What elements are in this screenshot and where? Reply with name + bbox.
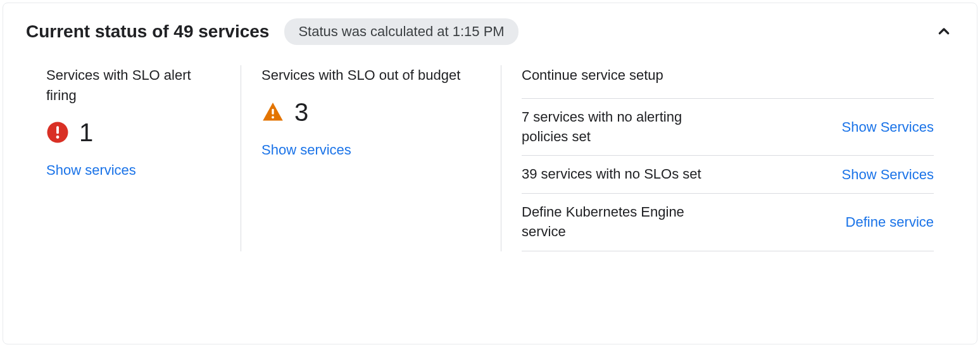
column-title-continue-setup: Continue service setup xyxy=(522,65,934,85)
status-columns: Services with SLO alert firing 1 Show se… xyxy=(26,65,954,251)
chevron-up-icon xyxy=(934,22,954,42)
status-timestamp-chip: Status was calculated at 1:15 PM xyxy=(284,18,518,45)
column-continue-setup: Continue service setup 7 services with n… xyxy=(501,65,954,251)
warning-icon xyxy=(261,101,284,123)
setup-row-no-alerting: 7 services with no alerting policies set… xyxy=(522,99,934,156)
setup-label: Define Kubernetes Engine service xyxy=(522,203,712,242)
setup-label: 39 services with no SLOs set xyxy=(522,165,701,184)
collapse-toggle[interactable] xyxy=(934,22,954,42)
column-alert-firing: Services with SLO alert firing 1 Show se… xyxy=(26,65,241,251)
card-header: Current status of 49 services Status was… xyxy=(26,18,954,45)
setup-row-define-k8s: Define Kubernetes Engine service Define … xyxy=(522,194,934,251)
svg-rect-1 xyxy=(56,127,59,134)
status-card: Current status of 49 services Status was… xyxy=(3,3,977,344)
show-services-link-no-slos[interactable]: Show Services xyxy=(841,167,934,183)
metric-alert-firing: 1 xyxy=(46,118,220,147)
setup-label: 7 services with no alerting policies set xyxy=(522,108,712,147)
svg-point-4 xyxy=(272,117,274,119)
svg-point-2 xyxy=(56,136,60,139)
svg-rect-3 xyxy=(272,109,273,115)
show-services-link-budget[interactable]: Show services xyxy=(261,142,351,158)
column-title-alert-firing: Services with SLO alert firing xyxy=(46,65,220,106)
show-services-link-no-alerting[interactable]: Show Services xyxy=(841,119,934,136)
column-out-of-budget: Services with SLO out of budget 3 Show s… xyxy=(241,65,482,251)
metric-out-of-budget: 3 xyxy=(261,98,462,127)
column-title-out-of-budget: Services with SLO out of budget xyxy=(261,65,462,85)
metric-count-alert-firing: 1 xyxy=(79,118,93,147)
setup-list: 7 services with no alerting policies set… xyxy=(522,98,934,251)
show-services-link-alert[interactable]: Show services xyxy=(46,162,136,178)
metric-count-out-of-budget: 3 xyxy=(294,98,308,127)
card-title: Current status of 49 services xyxy=(26,22,269,42)
setup-row-no-slos: 39 services with no SLOs set Show Servic… xyxy=(522,156,934,194)
error-icon xyxy=(46,121,69,144)
define-service-link[interactable]: Define service xyxy=(846,214,934,230)
